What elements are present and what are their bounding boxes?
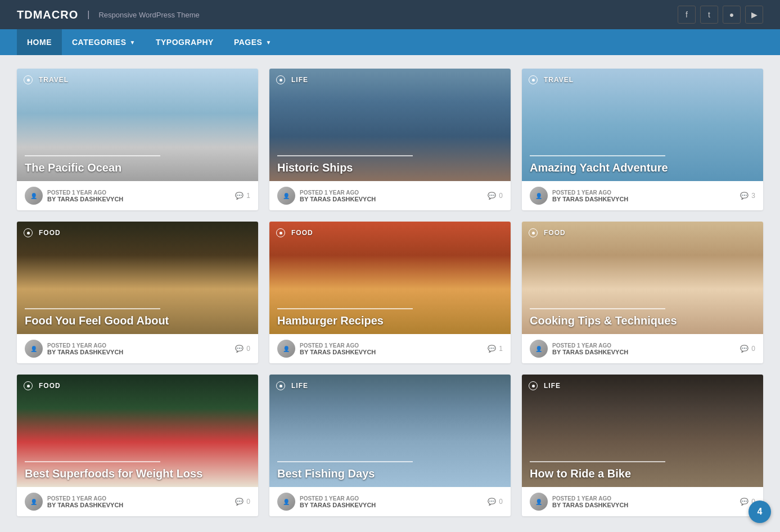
comment-icon: 💬	[488, 192, 496, 200]
avatar-image: 👤	[530, 493, 548, 511]
card-title-line	[530, 461, 665, 462]
comment-count: 💬 1	[488, 345, 503, 353]
posted-time: POSTED 1 YEAR AGO	[47, 495, 123, 502]
card-item[interactable]: FOOD Best Superfoods for Weight Loss 👤 P…	[17, 375, 258, 516]
category-name: TRAVEL	[544, 76, 574, 84]
card-item[interactable]: LIFE Historic Ships 👤 POSTED 1 YEAR AGO …	[269, 69, 511, 210]
card-image-wrapper: LIFE Historic Ships	[269, 69, 511, 181]
comment-icon: 💬	[235, 498, 244, 506]
instagram-icon[interactable]: ●	[723, 6, 741, 24]
card-category-badge: LIFE	[276, 381, 308, 390]
card-title: Best Superfoods for Weight Loss	[25, 467, 250, 480]
card-title-line	[277, 308, 413, 309]
comment-count: 💬 1	[235, 192, 250, 200]
category-name: LIFE	[291, 76, 308, 84]
card-item[interactable]: LIFE Best Fishing Days 👤 POSTED 1 YEAR A…	[269, 375, 511, 516]
avatar-image: 👤	[277, 340, 295, 358]
comment-count: 💬 0	[740, 345, 755, 353]
avatar: 👤	[530, 493, 548, 511]
card-image-wrapper: FOOD Hamburger Recipes	[269, 222, 511, 334]
card-footer: 👤 POSTED 1 YEAR AGO BY TARAS DASHKEVYCH …	[17, 181, 258, 210]
card-author: 👤 POSTED 1 YEAR AGO BY TARAS DASHKEVYCH	[25, 340, 123, 358]
card-image-wrapper: FOOD Cooking Tips & Techniques	[522, 222, 763, 334]
avatar: 👤	[277, 187, 295, 205]
header-divider: |	[87, 10, 89, 20]
card-title-overlay: Food You Feel Good About	[17, 301, 258, 334]
comment-icon: 💬	[235, 345, 244, 353]
posted-time: POSTED 1 YEAR AGO	[47, 342, 123, 349]
comment-icon: 💬	[740, 498, 749, 506]
card-category-badge: TRAVEL	[24, 75, 69, 84]
card-title-overlay: Amazing Yacht Adventure	[522, 148, 763, 181]
cards-grid: TRAVEL The Pacific Ocean 👤 POSTED 1 YEAR…	[17, 69, 763, 516]
avatar-image: 👤	[530, 187, 548, 205]
author-info: POSTED 1 YEAR AGO BY TARAS DASHKEVYCH	[47, 495, 123, 508]
twitter-icon[interactable]: t	[700, 6, 718, 24]
author-name: BY TARAS DASHKEVYCH	[300, 349, 376, 355]
category-circle-icon	[24, 228, 33, 237]
author-name: BY TARAS DASHKEVYCH	[300, 502, 376, 508]
card-title-overlay: Hamburger Recipes	[269, 301, 511, 334]
card-title-overlay: Best Superfoods for Weight Loss	[17, 454, 258, 487]
author-info: POSTED 1 YEAR AGO BY TARAS DASHKEVYCH	[300, 342, 376, 355]
category-name: TRAVEL	[39, 76, 69, 84]
site-tagline: Responsive WordPress Theme	[98, 11, 199, 19]
category-name: LIFE	[544, 382, 561, 390]
avatar: 👤	[25, 493, 43, 511]
facebook-icon[interactable]: f	[678, 6, 696, 24]
author-info: POSTED 1 YEAR AGO BY TARAS DASHKEVYCH	[300, 495, 376, 508]
category-circle-icon	[529, 381, 538, 390]
card-image-wrapper: TRAVEL Amazing Yacht Adventure	[522, 69, 763, 181]
author-name: BY TARAS DASHKEVYCH	[552, 349, 628, 355]
comment-number: 0	[499, 192, 503, 200]
author-info: POSTED 1 YEAR AGO BY TARAS DASHKEVYCH	[552, 190, 628, 202]
category-name: LIFE	[291, 382, 308, 390]
author-name: BY TARAS DASHKEVYCH	[47, 349, 123, 355]
category-name: FOOD	[291, 229, 313, 237]
comment-number: 1	[499, 345, 503, 353]
card-footer: 👤 POSTED 1 YEAR AGO BY TARAS DASHKEVYCH …	[522, 181, 763, 210]
card-category-badge: FOOD	[24, 228, 61, 237]
card-title-line	[530, 308, 665, 309]
author-info: POSTED 1 YEAR AGO BY TARAS DASHKEVYCH	[47, 342, 123, 355]
card-image-wrapper: TRAVEL The Pacific Ocean	[17, 69, 258, 181]
card-category-badge: FOOD	[276, 228, 313, 237]
card-item[interactable]: FOOD Cooking Tips & Techniques 👤 POSTED …	[522, 222, 763, 363]
card-footer: 👤 POSTED 1 YEAR AGO BY TARAS DASHKEVYCH …	[522, 334, 763, 363]
avatar: 👤	[277, 340, 295, 358]
author-name: BY TARAS DASHKEVYCH	[552, 502, 628, 508]
author-name: BY TARAS DASHKEVYCH	[552, 196, 628, 202]
posted-time: POSTED 1 YEAR AGO	[47, 190, 123, 196]
author-info: POSTED 1 YEAR AGO BY TARAS DASHKEVYCH	[47, 190, 123, 202]
nav-home[interactable]: HOME	[17, 29, 62, 55]
card-item[interactable]: FOOD Hamburger Recipes 👤 POSTED 1 YEAR A…	[269, 222, 511, 363]
categories-dropdown-arrow: ▼	[130, 39, 136, 46]
nav-pages[interactable]: PAGES ▼	[224, 29, 282, 55]
card-title-overlay: Cooking Tips & Techniques	[522, 301, 763, 334]
comment-icon: 💬	[740, 192, 749, 200]
comment-count: 💬 0	[488, 192, 503, 200]
card-item[interactable]: TRAVEL The Pacific Ocean 👤 POSTED 1 YEAR…	[17, 69, 258, 210]
youtube-icon[interactable]: ▶	[745, 6, 763, 24]
main-content: TRAVEL The Pacific Ocean 👤 POSTED 1 YEAR…	[0, 55, 780, 530]
card-item[interactable]: LIFE How to Ride a Bike 👤 POSTED 1 YEAR …	[522, 375, 763, 516]
author-info: POSTED 1 YEAR AGO BY TARAS DASHKEVYCH	[300, 190, 376, 202]
card-item[interactable]: FOOD Food You Feel Good About 👤 POSTED 1…	[17, 222, 258, 363]
comment-number: 0	[246, 498, 250, 506]
avatar-image: 👤	[277, 493, 295, 511]
comment-number: 0	[246, 345, 250, 353]
posted-time: POSTED 1 YEAR AGO	[552, 342, 628, 349]
card-title-line	[530, 155, 665, 156]
comment-number: 0	[499, 498, 503, 506]
card-title: Cooking Tips & Techniques	[530, 314, 755, 327]
card-category-badge: TRAVEL	[529, 75, 574, 84]
card-footer: 👤 POSTED 1 YEAR AGO BY TARAS DASHKEVYCH …	[17, 334, 258, 363]
comment-count: 💬 0	[235, 345, 250, 353]
posted-time: POSTED 1 YEAR AGO	[300, 495, 376, 502]
site-title: TDMACRO	[17, 8, 78, 21]
card-item[interactable]: TRAVEL Amazing Yacht Adventure 👤 POSTED …	[522, 69, 763, 210]
card-image-wrapper: FOOD Food You Feel Good About	[17, 222, 258, 334]
nav-categories[interactable]: CATEGORIES ▼	[62, 29, 146, 55]
nav-typography[interactable]: TYPOGRAPHY	[146, 29, 224, 55]
avatar-image: 👤	[277, 187, 295, 205]
